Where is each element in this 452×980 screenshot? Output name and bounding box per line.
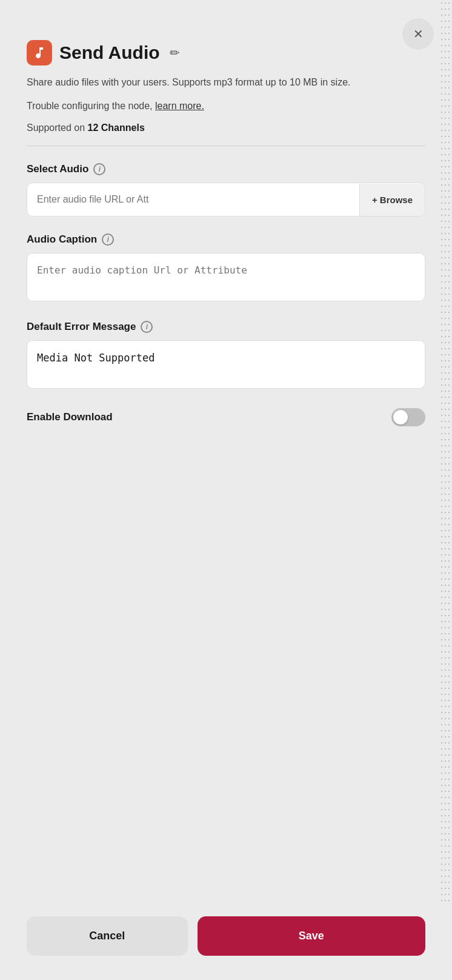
default-error-label: Default Error Message xyxy=(27,321,136,333)
default-error-input[interactable]: Media Not Supported xyxy=(27,340,425,389)
trouble-row: Trouble configuring the node, learn more… xyxy=(27,101,425,112)
page-container: ✕ Send Audio ✏ Share audio files with yo… xyxy=(0,0,452,980)
close-button[interactable]: ✕ xyxy=(402,18,434,50)
close-icon: ✕ xyxy=(413,27,424,41)
page-title: Send Audio xyxy=(59,42,160,63)
trouble-text: Trouble configuring the node, xyxy=(27,101,153,111)
audio-caption-input[interactable] xyxy=(27,253,425,301)
description-text: Share audio files with your users. Suppo… xyxy=(27,75,425,90)
audio-url-input[interactable] xyxy=(27,183,359,216)
divider xyxy=(27,146,425,146)
channels-row: Supported on 12 Channels xyxy=(27,122,425,133)
enable-download-toggle[interactable] xyxy=(391,408,425,426)
enable-download-row: Enable Download xyxy=(27,408,425,426)
audio-caption-label: Audio Caption xyxy=(27,233,97,246)
audio-caption-info-icon[interactable]: i xyxy=(102,233,114,246)
audio-caption-label-row: Audio Caption i xyxy=(27,233,425,246)
footer: Cancel Save xyxy=(0,904,452,980)
enable-download-label: Enable Download xyxy=(27,411,113,423)
audio-icon-svg xyxy=(32,45,47,60)
learn-more-link[interactable]: learn more. xyxy=(155,101,204,111)
toggle-knob xyxy=(393,410,408,425)
audio-icon xyxy=(27,40,52,65)
content-area: Send Audio ✏ Share audio files with your… xyxy=(0,0,452,980)
select-audio-input-container: + Browse xyxy=(27,183,425,216)
default-error-label-row: Default Error Message i xyxy=(27,321,425,333)
cancel-button[interactable]: Cancel xyxy=(27,916,188,956)
supported-prefix: Supported on xyxy=(27,122,85,133)
select-audio-label-row: Select Audio i xyxy=(27,163,425,175)
save-button[interactable]: Save xyxy=(198,916,425,956)
select-audio-label: Select Audio xyxy=(27,163,88,175)
dot-grid-decoration xyxy=(440,0,452,980)
select-audio-info-icon[interactable]: i xyxy=(93,163,105,175)
title-row: Send Audio ✏ xyxy=(27,40,425,65)
browse-button[interactable]: + Browse xyxy=(359,184,425,216)
edit-icon[interactable]: ✏ xyxy=(170,45,180,60)
default-error-info-icon[interactable]: i xyxy=(141,321,153,333)
channels-count: 12 Channels xyxy=(88,122,145,133)
